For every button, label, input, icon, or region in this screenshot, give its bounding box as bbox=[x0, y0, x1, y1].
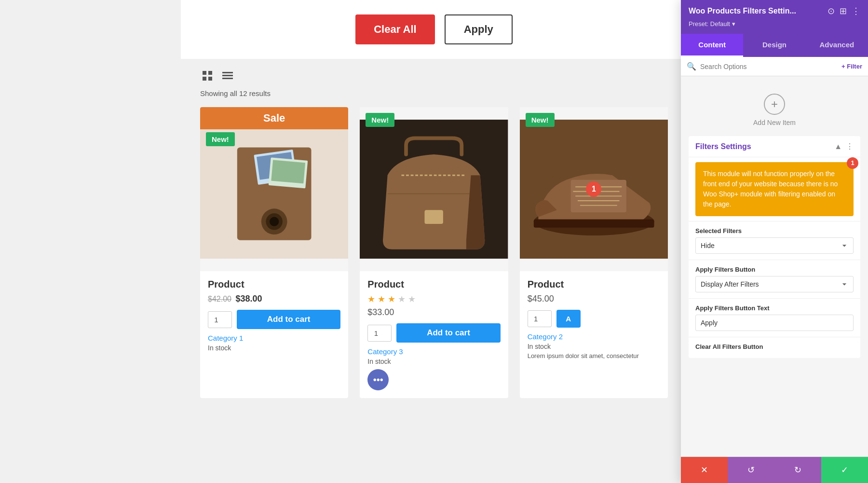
settings-icon[interactable]: ⊙ bbox=[827, 6, 835, 16]
badge-new-1: New! bbox=[206, 132, 235, 146]
delete-button[interactable]: ✕ bbox=[681, 457, 728, 483]
panel-title-row: Woo Products Filters Settin... ⊙ ⊞ ⋮ bbox=[689, 6, 860, 16]
add-to-cart-button-3[interactable]: A bbox=[556, 310, 581, 328]
panel-header-icons: ⊙ ⊞ ⋮ bbox=[827, 6, 860, 16]
apply-filters-button-label: Apply Filters Button bbox=[695, 266, 854, 273]
qty-input-1[interactable] bbox=[208, 311, 232, 328]
apply-filters-button-group: Apply Filters Button Display After Filte… bbox=[689, 261, 860, 297]
filters-section-title: Filters Settings bbox=[695, 142, 751, 151]
panel-title: Woo Products Filters Settin... bbox=[689, 7, 796, 15]
star-2: ★ bbox=[378, 294, 385, 304]
apply-filters-button-select[interactable]: Display After Filters Display Before Fil… bbox=[695, 276, 854, 292]
clear-all-filters-group: Clear All Filters Button bbox=[689, 338, 860, 358]
svg-rect-5 bbox=[222, 75, 233, 76]
more-icon[interactable]: ⋮ bbox=[852, 6, 860, 16]
redo-icon: ↻ bbox=[794, 465, 801, 475]
product-image-svg-1 bbox=[200, 107, 348, 271]
qty-input-3[interactable] bbox=[528, 310, 552, 327]
save-button[interactable]: ✓ bbox=[821, 457, 868, 483]
svg-rect-12 bbox=[271, 160, 305, 184]
products-grid: Sale New! bbox=[200, 107, 668, 398]
star-5: ★ bbox=[408, 294, 416, 304]
product-stock-1: In stock bbox=[208, 344, 340, 352]
apply-filters-text-input[interactable] bbox=[695, 315, 854, 331]
add-to-cart-button-2[interactable]: Add to cart bbox=[396, 323, 500, 343]
apply-filters-text-label: Apply Filters Button Text bbox=[695, 304, 854, 312]
section-more-icon[interactable]: ⋮ bbox=[846, 142, 854, 151]
search-options-input[interactable] bbox=[700, 63, 838, 70]
price-new-1: $38.00 bbox=[235, 294, 262, 304]
tab-content[interactable]: Content bbox=[681, 34, 743, 57]
undo-button[interactable]: ↺ bbox=[728, 457, 774, 483]
svg-rect-4 bbox=[222, 72, 233, 73]
panel-header: Woo Products Filters Settin... ⊙ ⊞ ⋮ Pre… bbox=[681, 0, 868, 34]
product-name-3: Product bbox=[528, 279, 660, 290]
star-1: ★ bbox=[367, 294, 375, 304]
save-icon: ✓ bbox=[841, 465, 848, 475]
product-price-3: $45.00 bbox=[528, 294, 660, 304]
panel-search-row: 🔍 + Filter bbox=[681, 57, 868, 76]
search-icon: 🔍 bbox=[687, 62, 696, 71]
selected-filters-select[interactable]: Hide Show bbox=[695, 237, 854, 254]
panel-bottom-toolbar: ✕ ↺ ↻ ✓ bbox=[681, 456, 868, 483]
add-to-cart-row-3: A bbox=[528, 310, 660, 328]
warning-badge: 1 bbox=[847, 157, 858, 169]
add-new-label: Add New Item bbox=[753, 119, 796, 126]
filter-bar: Clear All Apply bbox=[181, 0, 687, 59]
add-new-icon[interactable]: + bbox=[764, 94, 785, 115]
product-image-1: Sale New! bbox=[200, 107, 348, 271]
product-category-1[interactable]: Category 1 bbox=[208, 334, 340, 342]
product-stock-2: In stock bbox=[367, 358, 500, 365]
badge-new-2: New! bbox=[366, 113, 394, 127]
product-card-3: New! bbox=[520, 107, 668, 398]
settings-panel: Woo Products Filters Settin... ⊙ ⊞ ⋮ Pre… bbox=[681, 0, 868, 483]
product-stars-2: ★ ★ ★ ★ ★ bbox=[367, 294, 500, 304]
apply-filters-text-group: Apply Filters Button Text bbox=[689, 300, 860, 336]
tab-design[interactable]: Design bbox=[743, 34, 805, 57]
svg-rect-21 bbox=[533, 219, 654, 227]
product-image-2: New! bbox=[360, 107, 508, 271]
columns-icon[interactable]: ⊞ bbox=[840, 6, 847, 16]
product-category-3[interactable]: Category 2 bbox=[528, 332, 660, 341]
filters-section-header: Filters Settings ▲ ⋮ bbox=[689, 136, 860, 157]
apply-button[interactable]: Apply bbox=[445, 14, 513, 44]
product-info-1: Product $42.00 $38.00 Add to cart Catego… bbox=[200, 271, 348, 359]
star-3: ★ bbox=[388, 294, 395, 304]
selected-filters-label: Selected Filters bbox=[695, 227, 854, 235]
redo-button[interactable]: ↻ bbox=[774, 457, 821, 483]
product-name-1: Product bbox=[208, 279, 340, 290]
svg-rect-17 bbox=[425, 210, 443, 224]
product-card-2: New! Pr bbox=[360, 107, 508, 398]
grid-view-button[interactable] bbox=[200, 69, 215, 85]
warning-badge-overlay: 1 bbox=[586, 181, 601, 197]
panel-preset[interactable]: Preset: Default bbox=[689, 20, 735, 28]
warning-box: This module will not function properly o… bbox=[695, 162, 854, 216]
product-card: Sale New! bbox=[200, 107, 348, 398]
collapse-icon[interactable]: ▲ bbox=[834, 142, 842, 151]
qty-input-2[interactable] bbox=[367, 325, 392, 342]
product-image-3: New! bbox=[520, 107, 668, 271]
undo-icon: ↺ bbox=[747, 465, 755, 475]
product-desc-3: Lorem ipsum dolor sit amet, consectetur bbox=[528, 352, 660, 359]
products-container: Showing all 12 results Sale New! bbox=[181, 59, 687, 408]
product-category-2[interactable]: Category 3 bbox=[367, 347, 500, 356]
product-name-2: Product bbox=[367, 279, 500, 290]
price-row-1: $42.00 $38.00 bbox=[208, 294, 340, 304]
more-options-button-2[interactable]: ••• bbox=[367, 369, 389, 390]
filters-section-icons: ▲ ⋮ bbox=[834, 142, 854, 151]
svg-rect-3 bbox=[208, 77, 212, 81]
add-to-cart-button-1[interactable]: Add to cart bbox=[237, 310, 340, 329]
clear-all-button[interactable]: Clear All bbox=[355, 14, 434, 44]
product-image-svg-2 bbox=[360, 107, 508, 271]
badge-new-3: New! bbox=[526, 113, 555, 127]
svg-rect-0 bbox=[203, 71, 206, 75]
svg-rect-6 bbox=[222, 78, 233, 79]
add-new-item[interactable]: + Add New Item bbox=[689, 84, 860, 136]
panel-tabs: Content Design Advanced bbox=[681, 34, 868, 57]
filter-button[interactable]: + Filter bbox=[841, 63, 862, 70]
tab-advanced[interactable]: Advanced bbox=[806, 34, 868, 57]
svg-point-15 bbox=[270, 217, 279, 226]
list-view-button[interactable] bbox=[220, 70, 235, 84]
svg-rect-1 bbox=[208, 71, 212, 75]
warning-text: This module will not function properly o… bbox=[703, 170, 838, 208]
